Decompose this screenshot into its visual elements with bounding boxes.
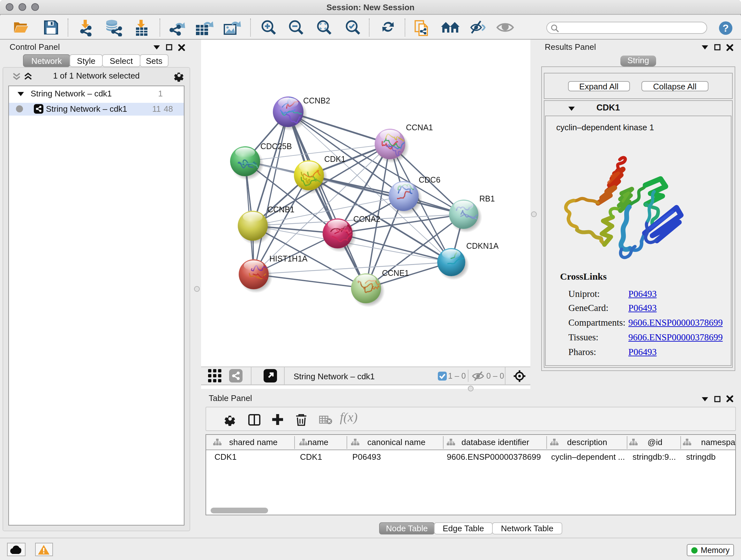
svg-text:?: ?: [723, 22, 729, 34]
svg-text:HIST1H1A: HIST1H1A: [269, 254, 308, 263]
svg-text:CCNE1: CCNE1: [382, 268, 409, 277]
svg-text:RB1: RB1: [479, 194, 495, 203]
svg-text:CCNA1: CCNA1: [406, 123, 433, 132]
svg-text:CDC6: CDC6: [419, 175, 441, 184]
svg-text:CDKN1A: CDKN1A: [466, 241, 499, 250]
svg-text:CCNA2: CCNA2: [353, 214, 381, 223]
svg-text:CDC25B: CDC25B: [260, 141, 292, 150]
svg-text:CCNB1: CCNB1: [267, 205, 294, 213]
svg-text:CCNB2: CCNB2: [303, 96, 330, 105]
svg-text:CDK1: CDK1: [324, 154, 346, 163]
